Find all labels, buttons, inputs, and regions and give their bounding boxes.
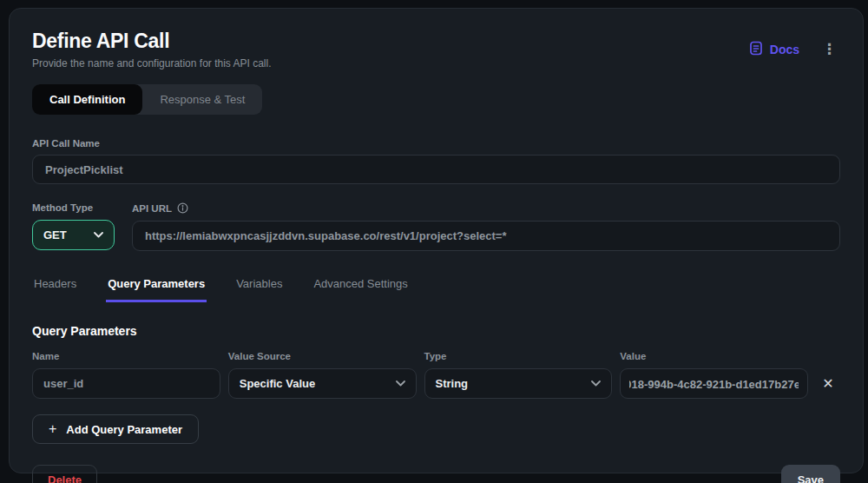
panel-footer: Delete Save [32, 465, 840, 483]
docs-label: Docs [770, 43, 799, 56]
panel-header: Define API Call Provide the name and con… [32, 21, 840, 69]
param-value-text: 018-994b-4c82-921b-d1ed17b27efe [629, 378, 799, 391]
column-header-value-source: Value Source [228, 351, 417, 361]
tab-advanced-settings[interactable]: Advanced Settings [312, 277, 409, 302]
column-header-name: Name [32, 351, 220, 361]
add-query-parameter-button[interactable]: + Add Query Parameter [32, 414, 199, 444]
section-tabs: Headers Query Parameters Variables Advan… [32, 277, 840, 302]
api-url-label: API URL [132, 203, 172, 214]
docs-icon [749, 41, 763, 58]
param-value-input[interactable]: 018-994b-4c82-921b-d1ed17b27efe [620, 368, 808, 399]
param-value-source-value: Specific Value [240, 377, 315, 390]
method-type-label: Method Type [32, 202, 115, 213]
header-titles: Define API Call Provide the name and con… [32, 21, 272, 69]
view-tabs: Call Definition Response & Test [32, 84, 262, 115]
query-parameters-grid: Name Value Source Type Value Specific Va… [32, 351, 840, 399]
tab-call-definition[interactable]: Call Definition [32, 84, 142, 115]
api-call-name-label: API Call Name [32, 138, 840, 149]
remove-parameter-icon[interactable]: ✕ [819, 374, 837, 394]
method-type-field: Method Type GET [32, 202, 115, 251]
method-type-value: GET [43, 228, 67, 242]
tab-variables[interactable]: Variables [234, 277, 284, 302]
param-type-value: String [436, 377, 469, 390]
kebab-menu-icon[interactable]: ⋮ [819, 40, 840, 58]
tab-query-parameters[interactable]: Query Parameters [106, 277, 207, 302]
param-type-select[interactable]: String [424, 368, 613, 399]
method-type-select[interactable]: GET [32, 220, 115, 250]
chevron-down-icon [396, 380, 405, 387]
page-title: Define API Call [32, 30, 272, 53]
api-url-field: API URL [132, 202, 840, 251]
tab-response-test[interactable]: Response & Test [142, 84, 262, 115]
chevron-down-icon [94, 232, 103, 238]
docs-button[interactable]: Docs [749, 41, 799, 58]
column-header-type: Type [424, 351, 613, 361]
api-call-name-input[interactable] [32, 155, 840, 184]
param-value-clip: 018-994b-4c82-921b-d1ed17b27efe [629, 376, 799, 392]
info-icon[interactable] [177, 202, 188, 214]
delete-button[interactable]: Delete [32, 465, 97, 483]
header-actions: Docs ⋮ [749, 40, 840, 58]
tab-headers[interactable]: Headers [32, 277, 78, 302]
method-url-row: Method Type GET API URL [32, 202, 840, 251]
api-url-label-row: API URL [132, 202, 840, 214]
define-api-call-panel: Define API Call Provide the name and con… [9, 8, 864, 473]
param-name-input[interactable] [32, 368, 220, 399]
add-query-parameter-label: Add Query Parameter [66, 423, 182, 436]
save-button[interactable]: Save [781, 465, 840, 483]
page-subtitle: Provide the name and configuration for t… [32, 57, 272, 69]
column-header-value: Value [620, 351, 808, 361]
chevron-down-icon [591, 380, 601, 387]
api-call-name-field: API Call Name [32, 138, 840, 184]
query-parameters-heading: Query Parameters [32, 324, 840, 338]
plus-icon: + [49, 421, 56, 437]
param-value-source-select[interactable]: Specific Value [228, 368, 417, 399]
api-url-input[interactable] [132, 221, 840, 251]
